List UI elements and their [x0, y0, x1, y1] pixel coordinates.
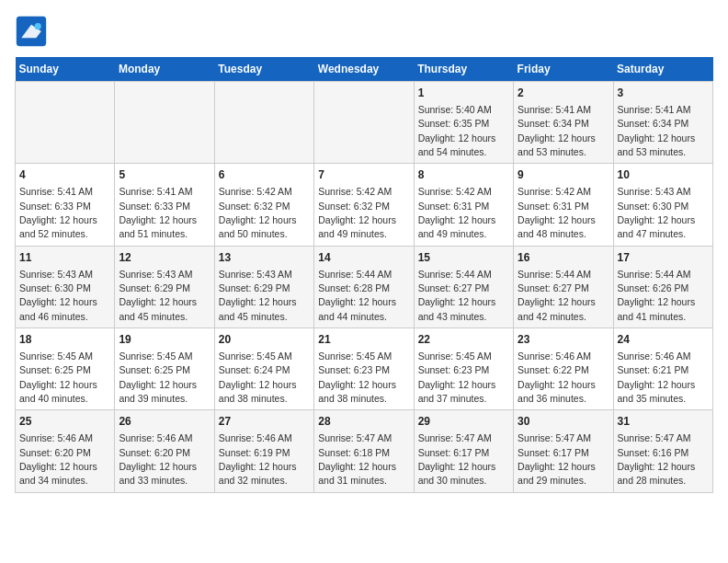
calendar-cell: 14Sunrise: 5:44 AM Sunset: 6:28 PM Dayli…	[314, 246, 414, 327]
day-of-week-header: Wednesday	[314, 57, 414, 82]
day-of-week-header: Friday	[514, 57, 613, 82]
day-number: 31	[618, 414, 709, 430]
day-number: 3	[618, 86, 709, 101]
day-info: Sunrise: 5:43 AM Sunset: 6:30 PM Dayligh…	[618, 186, 696, 239]
day-info: Sunrise: 5:43 AM Sunset: 6:30 PM Dayligh…	[19, 269, 97, 322]
calendar-cell: 17Sunrise: 5:44 AM Sunset: 6:26 PM Dayli…	[613, 246, 712, 327]
day-number: 4	[19, 167, 110, 183]
day-of-week-header: Monday	[115, 57, 214, 82]
calendar-cell: 1Sunrise: 5:40 AM Sunset: 6:35 PM Daylig…	[414, 82, 513, 164]
day-number: 12	[119, 250, 210, 266]
calendar-cell: 18Sunrise: 5:45 AM Sunset: 6:25 PM Dayli…	[16, 328, 115, 410]
calendar-cell: 12Sunrise: 5:43 AM Sunset: 6:29 PM Dayli…	[115, 246, 214, 327]
calendar-cell: 5Sunrise: 5:41 AM Sunset: 6:33 PM Daylig…	[115, 164, 214, 246]
day-info: Sunrise: 5:46 AM Sunset: 6:20 PM Dayligh…	[19, 432, 97, 486]
calendar-cell: 19Sunrise: 5:45 AM Sunset: 6:25 PM Dayli…	[115, 328, 214, 410]
day-info: Sunrise: 5:42 AM Sunset: 6:31 PM Dayligh…	[518, 186, 596, 239]
day-number: 7	[318, 167, 409, 183]
day-number: 13	[219, 250, 310, 266]
day-info: Sunrise: 5:44 AM Sunset: 6:27 PM Dayligh…	[518, 269, 596, 322]
day-number: 23	[518, 332, 609, 348]
day-number: 15	[418, 250, 509, 266]
calendar-cell: 8Sunrise: 5:42 AM Sunset: 6:31 PM Daylig…	[414, 164, 513, 246]
day-number: 1	[418, 86, 509, 101]
calendar-cell: 6Sunrise: 5:42 AM Sunset: 6:32 PM Daylig…	[214, 164, 313, 246]
day-info: Sunrise: 5:46 AM Sunset: 6:22 PM Dayligh…	[518, 350, 596, 404]
day-info: Sunrise: 5:45 AM Sunset: 6:23 PM Dayligh…	[318, 350, 396, 404]
logo-icon	[15, 15, 48, 48]
day-info: Sunrise: 5:40 AM Sunset: 6:35 PM Dayligh…	[418, 104, 496, 157]
day-number: 5	[119, 167, 210, 183]
calendar-table: SundayMondayTuesdayWednesdayThursdayFrid…	[15, 57, 713, 493]
calendar-cell: 13Sunrise: 5:43 AM Sunset: 6:29 PM Dayli…	[214, 246, 313, 327]
day-info: Sunrise: 5:47 AM Sunset: 6:17 PM Dayligh…	[518, 432, 596, 486]
calendar-cell: 10Sunrise: 5:43 AM Sunset: 6:30 PM Dayli…	[613, 164, 712, 246]
day-number: 8	[418, 167, 509, 183]
calendar-cell: 20Sunrise: 5:45 AM Sunset: 6:24 PM Dayli…	[214, 328, 313, 410]
calendar-cell: 26Sunrise: 5:46 AM Sunset: 6:20 PM Dayli…	[115, 410, 214, 492]
calendar-cell: 24Sunrise: 5:46 AM Sunset: 6:21 PM Dayli…	[613, 328, 712, 410]
calendar-cell: 27Sunrise: 5:46 AM Sunset: 6:19 PM Dayli…	[214, 410, 313, 492]
day-number: 6	[219, 167, 310, 183]
calendar-cell: 29Sunrise: 5:47 AM Sunset: 6:17 PM Dayli…	[414, 410, 513, 492]
day-info: Sunrise: 5:43 AM Sunset: 6:29 PM Dayligh…	[119, 269, 197, 322]
calendar-cell	[16, 82, 115, 164]
day-info: Sunrise: 5:44 AM Sunset: 6:27 PM Dayligh…	[418, 269, 496, 322]
calendar-cell: 31Sunrise: 5:47 AM Sunset: 6:16 PM Dayli…	[613, 410, 712, 492]
day-info: Sunrise: 5:41 AM Sunset: 6:34 PM Dayligh…	[518, 104, 596, 157]
day-info: Sunrise: 5:46 AM Sunset: 6:20 PM Dayligh…	[119, 432, 197, 486]
day-info: Sunrise: 5:47 AM Sunset: 6:16 PM Dayligh…	[618, 432, 696, 486]
day-number: 26	[119, 414, 210, 430]
day-number: 21	[318, 332, 409, 348]
day-info: Sunrise: 5:43 AM Sunset: 6:29 PM Dayligh…	[219, 269, 297, 322]
day-number: 27	[219, 414, 310, 430]
calendar-cell	[214, 82, 313, 164]
day-of-week-header: Saturday	[613, 57, 712, 82]
day-number: 9	[518, 167, 609, 183]
day-number: 20	[219, 332, 310, 348]
day-number: 14	[318, 250, 409, 266]
calendar-cell	[314, 82, 414, 164]
day-info: Sunrise: 5:41 AM Sunset: 6:33 PM Dayligh…	[119, 186, 197, 239]
calendar-cell	[115, 82, 214, 164]
calendar-cell: 3Sunrise: 5:41 AM Sunset: 6:34 PM Daylig…	[613, 82, 712, 164]
calendar-cell: 2Sunrise: 5:41 AM Sunset: 6:34 PM Daylig…	[514, 82, 613, 164]
calendar-cell: 16Sunrise: 5:44 AM Sunset: 6:27 PM Dayli…	[514, 246, 613, 327]
day-info: Sunrise: 5:42 AM Sunset: 6:31 PM Dayligh…	[418, 186, 496, 239]
day-info: Sunrise: 5:45 AM Sunset: 6:25 PM Dayligh…	[119, 350, 197, 404]
calendar-cell: 9Sunrise: 5:42 AM Sunset: 6:31 PM Daylig…	[514, 164, 613, 246]
day-info: Sunrise: 5:47 AM Sunset: 6:18 PM Dayligh…	[318, 432, 396, 486]
day-info: Sunrise: 5:41 AM Sunset: 6:33 PM Dayligh…	[19, 186, 97, 239]
day-info: Sunrise: 5:46 AM Sunset: 6:21 PM Dayligh…	[618, 350, 696, 404]
day-info: Sunrise: 5:45 AM Sunset: 6:25 PM Dayligh…	[19, 350, 97, 404]
logo	[15, 15, 51, 48]
day-number: 19	[119, 332, 210, 348]
calendar-cell: 28Sunrise: 5:47 AM Sunset: 6:18 PM Dayli…	[314, 410, 414, 492]
day-info: Sunrise: 5:46 AM Sunset: 6:19 PM Dayligh…	[219, 432, 297, 486]
calendar-cell: 21Sunrise: 5:45 AM Sunset: 6:23 PM Dayli…	[314, 328, 414, 410]
day-info: Sunrise: 5:42 AM Sunset: 6:32 PM Dayligh…	[219, 186, 297, 239]
calendar-cell: 25Sunrise: 5:46 AM Sunset: 6:20 PM Dayli…	[16, 410, 115, 492]
calendar-cell: 11Sunrise: 5:43 AM Sunset: 6:30 PM Dayli…	[16, 246, 115, 327]
day-info: Sunrise: 5:41 AM Sunset: 6:34 PM Dayligh…	[618, 104, 696, 157]
day-info: Sunrise: 5:42 AM Sunset: 6:32 PM Dayligh…	[318, 186, 396, 239]
day-info: Sunrise: 5:45 AM Sunset: 6:23 PM Dayligh…	[418, 350, 496, 404]
calendar-cell: 7Sunrise: 5:42 AM Sunset: 6:32 PM Daylig…	[314, 164, 414, 246]
day-info: Sunrise: 5:45 AM Sunset: 6:24 PM Dayligh…	[219, 350, 297, 404]
day-number: 10	[618, 167, 709, 183]
day-number: 30	[518, 414, 609, 430]
day-of-week-header: Tuesday	[214, 57, 313, 82]
calendar-cell: 30Sunrise: 5:47 AM Sunset: 6:17 PM Dayli…	[514, 410, 613, 492]
day-number: 25	[19, 414, 110, 430]
day-number: 22	[418, 332, 509, 348]
day-number: 29	[418, 414, 509, 430]
header	[15, 15, 713, 48]
day-info: Sunrise: 5:44 AM Sunset: 6:28 PM Dayligh…	[318, 269, 396, 322]
day-of-week-header: Sunday	[16, 57, 115, 82]
day-number: 18	[19, 332, 110, 348]
day-number: 2	[518, 86, 609, 101]
calendar-cell: 15Sunrise: 5:44 AM Sunset: 6:27 PM Dayli…	[414, 246, 513, 327]
calendar-cell: 23Sunrise: 5:46 AM Sunset: 6:22 PM Dayli…	[514, 328, 613, 410]
day-number: 17	[618, 250, 709, 266]
day-number: 11	[19, 250, 110, 266]
